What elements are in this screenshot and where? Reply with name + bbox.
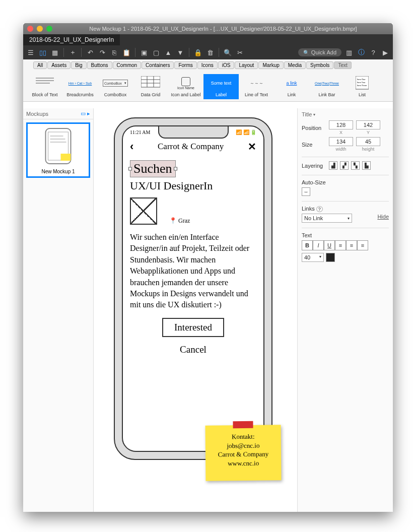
italic-button[interactable]: I <box>313 240 324 250</box>
location-pin-icon: 📍 <box>169 217 177 224</box>
size-width-input[interactable]: 134 <box>329 137 353 146</box>
view-grid-icon[interactable]: ▦ <box>50 48 59 57</box>
category-buttons[interactable]: Buttons <box>87 61 112 69</box>
thumbnail-label: New Mockup 1 <box>30 169 87 174</box>
underline-button[interactable]: U <box>324 240 335 250</box>
text-section-label: Text <box>302 232 389 238</box>
group-icon[interactable]: ▣ <box>140 48 149 57</box>
view-split-icon[interactable]: ▯▯ <box>38 48 47 57</box>
align-right-button[interactable]: ≡ <box>357 240 368 250</box>
position-x-input[interactable]: 128 <box>329 120 353 129</box>
document-tab[interactable]: 2018-05-22_UI_UX_DesignerIn <box>23 34 120 45</box>
category-containers[interactable]: Containers <box>142 61 174 69</box>
redo-icon[interactable]: ↷ <box>98 48 107 57</box>
position-y-input[interactable]: 142 <box>356 120 380 129</box>
crop-icon[interactable]: ✂ <box>235 48 244 57</box>
canvas[interactable]: 11:21 AM 📶 📶 🔋 ‹ Carrot & Company ✕ Such… <box>94 108 297 512</box>
send-to-back-button[interactable]: ▙ <box>362 161 371 170</box>
interested-button[interactable]: Interested <box>162 318 224 337</box>
widget-data-grid[interactable]: Data Grid <box>133 74 168 99</box>
send-backward-icon[interactable]: ▼ <box>176 48 185 57</box>
zoom-icon[interactable]: 🔍 <box>223 48 232 57</box>
menu-icon[interactable]: ☰ <box>26 48 35 57</box>
trash-icon[interactable]: 🗑 <box>205 48 215 57</box>
location-text: Graz <box>178 217 190 224</box>
mockup-thumbnail[interactable]: New Mockup 1 <box>26 122 90 178</box>
category-symbols[interactable]: Symbols <box>306 61 333 69</box>
paste-icon[interactable]: 📋 <box>122 48 131 57</box>
mockups-panel: Mockups ▭ ▸ New Mockup 1 <box>23 108 94 512</box>
autosize-label: Auto-Size <box>302 179 389 185</box>
widget-shelf: Block of Text Hm › Cat › Sub Breadcrumbs… <box>23 71 393 101</box>
links-label: Links <box>302 206 315 212</box>
window-title: New Mockup 1 - 2018-05-22_UI_UX_Designer… <box>57 26 389 32</box>
category-media[interactable]: Media <box>284 61 306 69</box>
bring-to-front-button[interactable]: ▟ <box>329 161 337 170</box>
job-heading: UX/UI DesignerIn <box>130 179 256 192</box>
category-big[interactable]: Big <box>71 61 86 69</box>
selected-label-element[interactable]: Suchen <box>130 160 176 177</box>
svg-rect-3 <box>141 76 160 87</box>
sticky-note[interactable]: Kontakt: jobs@cnc.io Carrot & Company ww… <box>205 425 282 481</box>
category-text[interactable]: Text <box>334 61 351 69</box>
title-section-heading[interactable]: Title <box>302 111 389 117</box>
font-size-input[interactable]: 40 <box>302 253 324 262</box>
size-height-input[interactable]: 45 <box>356 137 380 146</box>
text-color-swatch[interactable] <box>326 253 335 262</box>
widget-block-of-text[interactable]: Block of Text <box>27 74 62 99</box>
widget-line-of-text[interactable]: ～～～ Line of Text <box>239 74 274 99</box>
category-all[interactable]: All <box>33 61 47 69</box>
category-common[interactable]: Common <box>113 61 142 69</box>
widget-link-bar[interactable]: One|Two|Three Link Bar <box>309 74 345 99</box>
bold-button[interactable]: B <box>302 240 313 250</box>
phone-notch <box>158 125 229 139</box>
widget-ribbon: All Assets Big Buttons Common Containers… <box>23 59 393 102</box>
category-layout[interactable]: Layout <box>235 61 258 69</box>
widget-icon-and-label[interactable]: Icon Name Icon and Label <box>168 74 203 99</box>
mockups-heading: Mockups <box>26 111 48 117</box>
library-icon[interactable]: ▥ <box>345 48 354 57</box>
category-assets[interactable]: Assets <box>47 61 71 69</box>
category-markup[interactable]: Markup <box>258 61 283 69</box>
widget-label[interactable]: Some text Label <box>203 74 239 99</box>
close-icon[interactable]: ✕ <box>248 141 256 153</box>
undo-icon[interactable]: ↶ <box>86 48 95 57</box>
layering-label: Layering <box>302 163 326 169</box>
panel-controls[interactable]: ▭ ▸ <box>81 110 90 117</box>
quick-add-input[interactable]: Quick Add <box>298 48 341 56</box>
align-center-button[interactable]: ≡ <box>346 240 357 250</box>
present-icon[interactable]: ▶ <box>381 48 390 57</box>
links-help-icon[interactable]: ? <box>316 206 323 212</box>
copy-icon[interactable]: ⎘ <box>110 48 119 57</box>
category-icons[interactable]: Icons <box>197 61 218 69</box>
lock-icon[interactable]: 🔒 <box>193 48 202 57</box>
hide-link[interactable]: Hide <box>377 214 389 220</box>
help-icon[interactable]: ? <box>369 48 378 57</box>
category-forms[interactable]: Forms <box>174 61 196 69</box>
ungroup-icon[interactable]: ▢ <box>152 48 161 57</box>
links-dropdown[interactable]: No Link <box>302 214 352 223</box>
widget-combobox[interactable]: ComboBox▾ ComboBox <box>98 74 133 99</box>
widget-link[interactable]: a link Link <box>274 74 309 99</box>
size-label: Size <box>302 142 326 148</box>
close-window-button[interactable] <box>27 26 33 32</box>
bring-forward-button[interactable]: ▞ <box>340 161 349 170</box>
category-ios[interactable]: iOS <box>218 61 235 69</box>
nav-title: Carrot & Company <box>158 142 224 152</box>
cancel-link[interactable]: Cancel <box>123 344 263 355</box>
minimize-window-button[interactable] <box>37 26 43 32</box>
widget-list[interactable]: Item OneItem TwoItem Three List <box>345 74 380 99</box>
back-icon[interactable]: ‹ <box>130 140 133 153</box>
widget-breadcrumbs[interactable]: Hm › Cat › Sub Breadcrumbs <box>62 74 98 99</box>
bring-forward-icon[interactable]: ▲ <box>164 48 173 57</box>
zoom-window-button[interactable] <box>46 26 52 32</box>
location-row: 📍 Graz <box>169 217 190 225</box>
autosize-horizontal-button[interactable]: ↔ <box>302 187 310 196</box>
info-icon[interactable]: ⓘ <box>357 48 366 57</box>
svg-text:Item Two: Item Two <box>357 81 366 84</box>
align-left-button[interactable]: ≡ <box>335 240 346 250</box>
add-icon[interactable]: ＋ <box>68 48 77 57</box>
category-bar: All Assets Big Buttons Common Containers… <box>23 59 393 71</box>
send-backward-button[interactable]: ▚ <box>351 161 360 170</box>
phone-frame: 11:21 AM 📶 📶 🔋 ‹ Carrot & Company ✕ Such… <box>114 117 272 460</box>
